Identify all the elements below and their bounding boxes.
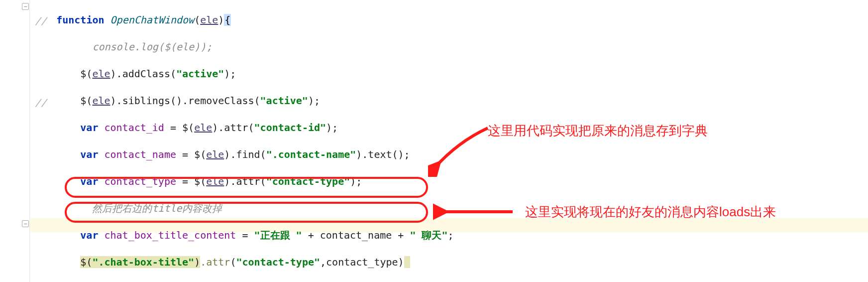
- fold-expand-icon[interactable]: −: [22, 220, 29, 227]
- code-line: $(ele).addClass("active");: [32, 67, 454, 81]
- annotation-label-2: 这里实现将现在的好友的消息内容loads出来: [525, 203, 776, 221]
- code-line: function OpenChatWindow(ele){: [32, 13, 454, 27]
- code-line: $(ele).siblings().removeClass("active");: [32, 94, 454, 108]
- code-editor[interactable]: function OpenChatWindow(ele){ console.lo…: [32, 0, 454, 282]
- fold-collapse-icon[interactable]: −: [22, 3, 29, 10]
- annotation-label-1: 这里用代码实现把原来的消息存到字典: [488, 122, 708, 140]
- code-line: console.log($(ele));: [32, 40, 454, 54]
- editor-gutter: − −: [0, 0, 30, 282]
- code-line: $(".chat-box-title").attr("contact-type"…: [32, 256, 454, 269]
- code-line: var chat_box_title_content = "正在跟 " + co…: [32, 229, 454, 242]
- annotation-box-2: [65, 202, 428, 223]
- code-line: var contact_id = $(ele).attr("contact-id…: [32, 121, 454, 135]
- annotation-box-1: [65, 177, 428, 198]
- code-line: var contact_name = $(ele).find(".contact…: [32, 148, 454, 161]
